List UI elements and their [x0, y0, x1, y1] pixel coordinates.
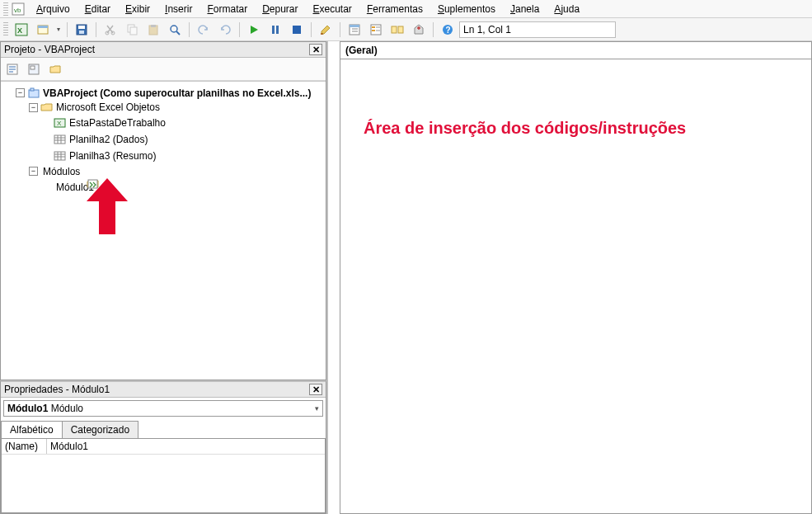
main-toolbar: X ▾ ? Ln 1, Col 1 — [0, 18, 812, 41]
property-row[interactable]: (Name) Módulo1 — [2, 439, 325, 455]
project-panel-title: Projeto - VBAProject — [4, 44, 95, 55]
project-root-label[interactable]: VBAProject (Como superocultar planilhas … — [43, 87, 311, 99]
cursor-position-field: Ln 1, Col 1 — [459, 21, 616, 38]
svg-text:?: ? — [446, 26, 451, 35]
svg-rect-28 — [372, 26, 375, 28]
property-value[interactable]: Módulo1 — [47, 439, 325, 454]
svg-rect-8 — [79, 31, 84, 34]
svg-rect-22 — [321, 33, 323, 35]
modules-folder[interactable]: Módulos — [43, 166, 80, 177]
svg-rect-30 — [372, 30, 375, 31]
project-explorer-panel: Projeto - VBAProject ✕ − VBAProject (Com… — [0, 41, 326, 380]
tab-categorized[interactable]: Categorizado — [62, 421, 138, 438]
menu-exibir[interactable]: Exibir — [119, 2, 157, 17]
break-button[interactable] — [265, 21, 285, 39]
menu-bar: vb Arquivo Editar Exibir Inserir Formata… — [0, 0, 812, 18]
menu-depurar[interactable]: Depurar — [256, 2, 304, 17]
cursor-position-text: Ln 1, Col 1 — [463, 24, 511, 35]
toolbox-button[interactable] — [409, 21, 429, 39]
project-tree[interactable]: − VBAProject (Como superocultar planilha… — [1, 81, 326, 380]
toolbar-grip[interactable] — [3, 22, 8, 37]
menu-formatar[interactable]: Formatar — [200, 2, 254, 17]
svg-rect-14 — [151, 25, 156, 27]
svg-rect-46 — [54, 135, 65, 144]
tree-toggler[interactable]: − — [16, 88, 25, 97]
svg-rect-41 — [31, 66, 35, 69]
menu-ferramentas[interactable]: Ferramentas — [360, 2, 429, 17]
properties-grid[interactable]: (Name) Módulo1 — [1, 439, 326, 513]
svg-rect-24 — [350, 25, 359, 27]
menu-editar[interactable]: Editar — [78, 2, 117, 17]
menubar-grip[interactable] — [3, 2, 8, 16]
copy-button[interactable] — [122, 21, 142, 39]
properties-panel-close-button[interactable]: ✕ — [309, 384, 322, 395]
svg-rect-18 — [272, 26, 275, 34]
menu-janela[interactable]: Janela — [504, 2, 546, 17]
reset-button[interactable] — [287, 21, 307, 39]
workbook-icon: X — [54, 117, 67, 129]
view-excel-button[interactable]: X — [12, 21, 31, 39]
svg-rect-29 — [376, 26, 380, 28]
dropdown-arrow-icon: ▾ — [315, 404, 319, 413]
insert-object-dropdown[interactable]: ▾ — [54, 26, 63, 33]
svg-text:X: X — [17, 26, 22, 35]
view-object-button[interactable] — [24, 60, 44, 78]
vba-logo-icon: vb — [12, 2, 25, 16]
view-code-button[interactable] — [2, 60, 22, 78]
svg-rect-33 — [398, 26, 403, 33]
cut-button[interactable] — [101, 21, 120, 39]
tree-toggler[interactable]: − — [29, 167, 38, 176]
property-key: (Name) — [2, 439, 47, 454]
menu-arquivo[interactable]: Arquivo — [30, 2, 77, 17]
paste-button[interactable] — [143, 21, 163, 39]
svg-text:X: X — [57, 120, 62, 127]
tab-alphabetic[interactable]: Alfabético — [1, 421, 63, 438]
svg-rect-7 — [78, 26, 85, 29]
svg-rect-5 — [38, 26, 48, 28]
code-scope-selector[interactable]: (Geral) — [340, 43, 811, 58]
design-mode-button[interactable] — [316, 21, 336, 39]
properties-object-selector[interactable]: Módulo1 Módulo ▾ — [3, 400, 323, 417]
svg-rect-20 — [293, 26, 301, 34]
svg-marker-57 — [87, 178, 128, 234]
svg-text:vb: vb — [14, 7, 21, 14]
tree-item-sheet3[interactable]: Planilha3 (Resumo) — [69, 150, 156, 162]
menu-ajuda[interactable]: Ajuda — [547, 2, 586, 17]
code-pane: (Geral) Área de inserção dos códigos/ins… — [340, 41, 812, 514]
menu-inserir[interactable]: Inserir — [158, 2, 199, 17]
toggle-folders-button[interactable] — [45, 60, 65, 78]
object-browser-button[interactable] — [387, 21, 407, 39]
red-arrow-annotation — [87, 178, 128, 236]
worksheet-icon — [54, 150, 67, 162]
code-editor[interactable]: Área de inserção dos códigos/instruções — [340, 59, 812, 514]
undo-button[interactable] — [194, 21, 214, 39]
help-button[interactable]: ? — [438, 21, 458, 39]
svg-rect-31 — [376, 30, 380, 31]
tree-item-sheet2[interactable]: Planilha2 (Dados) — [69, 134, 148, 145]
svg-rect-19 — [276, 26, 279, 34]
project-explorer-button[interactable] — [345, 21, 364, 39]
svg-rect-32 — [392, 26, 397, 33]
save-button[interactable] — [72, 21, 92, 39]
svg-rect-12 — [130, 27, 137, 35]
svg-line-16 — [176, 31, 180, 35]
menu-suplementos[interactable]: Suplementos — [431, 2, 502, 17]
project-mini-toolbar — [1, 58, 326, 81]
tree-item-workbook[interactable]: EstaPastaDeTrabalho — [69, 117, 166, 129]
svg-marker-17 — [251, 26, 258, 34]
run-button[interactable] — [244, 21, 264, 39]
tree-toggler[interactable]: − — [29, 103, 38, 112]
redo-button[interactable] — [215, 21, 235, 39]
svg-rect-51 — [54, 152, 65, 160]
svg-marker-21 — [322, 26, 330, 34]
folder-icon — [40, 101, 54, 113]
find-button[interactable] — [165, 21, 185, 39]
properties-panel: Propriedades - Módulo1 ✕ Módulo1 Módulo … — [0, 380, 326, 514]
svg-point-15 — [171, 26, 177, 32]
excel-objects-folder[interactable]: Microsoft Excel Objetos — [56, 101, 160, 113]
properties-window-button[interactable] — [366, 21, 386, 39]
worksheet-icon — [54, 134, 67, 145]
menu-executar[interactable]: Executar — [307, 2, 359, 17]
project-panel-close-button[interactable]: ✕ — [309, 44, 322, 55]
insert-object-button[interactable] — [33, 21, 53, 39]
